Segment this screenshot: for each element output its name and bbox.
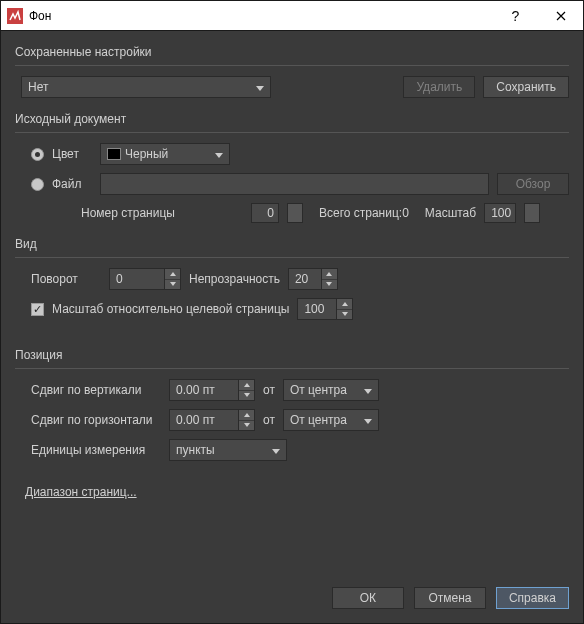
save-preset-button[interactable]: Сохранить <box>483 76 569 98</box>
close-button[interactable] <box>538 1 583 30</box>
chevron-down-icon <box>364 383 372 397</box>
dialog-footer: ОК Отмена Справка <box>1 575 583 623</box>
stepper-up-icon[interactable] <box>239 410 254 421</box>
opacity-stepper[interactable]: 20 <box>288 268 338 290</box>
divider <box>15 65 569 66</box>
vertical-from-value: От центра <box>290 383 347 397</box>
horizontal-from-value: От центра <box>290 413 347 427</box>
color-select-value: Черный <box>125 147 168 161</box>
position-heading: Позиция <box>15 348 569 362</box>
preset-select[interactable]: Нет <box>21 76 271 98</box>
chevron-down-icon <box>364 413 372 427</box>
scale-relative-stepper[interactable]: 100 <box>297 298 353 320</box>
color-select[interactable]: Черный <box>100 143 230 165</box>
rotation-value: 0 <box>110 269 164 289</box>
units-select[interactable]: пункты <box>169 439 287 461</box>
horizontal-offset-value: 0.00 пт <box>170 410 238 430</box>
help-button[interactable]: ? <box>493 1 538 30</box>
stepper-down-icon[interactable] <box>337 310 352 320</box>
from-label: от <box>263 383 275 397</box>
stepper-up-icon[interactable] <box>337 299 352 310</box>
opacity-value: 20 <box>289 269 321 289</box>
horizontal-from-select[interactable]: От центра <box>283 409 379 431</box>
from-label: от <box>263 413 275 427</box>
help-footer-button[interactable]: Справка <box>496 587 569 609</box>
vertical-offset-value: 0.00 пт <box>170 380 238 400</box>
divider <box>15 132 569 133</box>
stepper-down-icon[interactable] <box>165 280 180 290</box>
horizontal-offset-label: Сдвиг по горизонтали <box>31 413 161 427</box>
vertical-offset-stepper[interactable]: 0.00 пт <box>169 379 255 401</box>
ok-button[interactable]: ОК <box>332 587 404 609</box>
app-logo-icon <box>7 8 23 24</box>
stepper-down-icon[interactable] <box>322 280 337 290</box>
vertical-offset-label: Сдвиг по вертикали <box>31 383 161 397</box>
source-file-radio[interactable] <box>31 178 44 191</box>
stepper-up-icon[interactable] <box>165 269 180 280</box>
window-titlebar: Фон ? <box>1 1 583 31</box>
window-title: Фон <box>29 9 493 23</box>
chevron-down-icon <box>256 80 264 94</box>
vertical-from-select[interactable]: От центра <box>283 379 379 401</box>
appearance-heading: Вид <box>15 237 569 251</box>
units-label: Единицы измерения <box>31 443 161 457</box>
chevron-down-icon <box>215 147 223 161</box>
rotation-stepper[interactable]: 0 <box>109 268 181 290</box>
scale-relative-label: Масштаб относительно целевой страницы <box>52 302 289 316</box>
cancel-button[interactable]: Отмена <box>414 587 486 609</box>
page-number-stepper[interactable] <box>287 203 303 223</box>
chevron-down-icon <box>272 443 280 457</box>
page-number-input[interactable]: 0 <box>251 203 279 223</box>
preset-select-value: Нет <box>28 80 48 94</box>
color-swatch-icon <box>107 148 121 160</box>
divider <box>15 368 569 369</box>
scale-relative-checkbox[interactable]: ✓ <box>31 303 44 316</box>
page-number-label: Номер страницы <box>81 206 175 220</box>
stepper-down-icon[interactable] <box>239 391 254 401</box>
presets-heading: Сохраненные настройки <box>15 45 569 59</box>
svg-rect-0 <box>7 8 23 24</box>
browse-button[interactable]: Обзор <box>497 173 569 195</box>
stepper-up-icon[interactable] <box>239 380 254 391</box>
file-path-input[interactable] <box>100 173 489 195</box>
rotation-label: Поворот <box>31 272 101 286</box>
opacity-label: Непрозрачность <box>189 272 280 286</box>
total-pages-label: Всего страниц:0 <box>319 206 409 220</box>
scale-relative-value: 100 <box>298 299 336 319</box>
color-radio-label: Цвет <box>52 147 92 161</box>
file-radio-label: Файл <box>52 177 92 191</box>
divider <box>15 257 569 258</box>
page-range-link[interactable]: Диапазон страниц... <box>25 485 137 499</box>
source-scale-stepper[interactable] <box>524 203 540 223</box>
units-value: пункты <box>176 443 215 457</box>
stepper-down-icon[interactable] <box>239 421 254 431</box>
source-scale-input[interactable]: 100 <box>484 203 516 223</box>
source-heading: Исходный документ <box>15 112 569 126</box>
scale-label: Масштаб <box>425 206 476 220</box>
stepper-up-icon[interactable] <box>322 269 337 280</box>
delete-preset-button[interactable]: Удалить <box>403 76 475 98</box>
horizontal-offset-stepper[interactable]: 0.00 пт <box>169 409 255 431</box>
source-color-radio[interactable] <box>31 148 44 161</box>
